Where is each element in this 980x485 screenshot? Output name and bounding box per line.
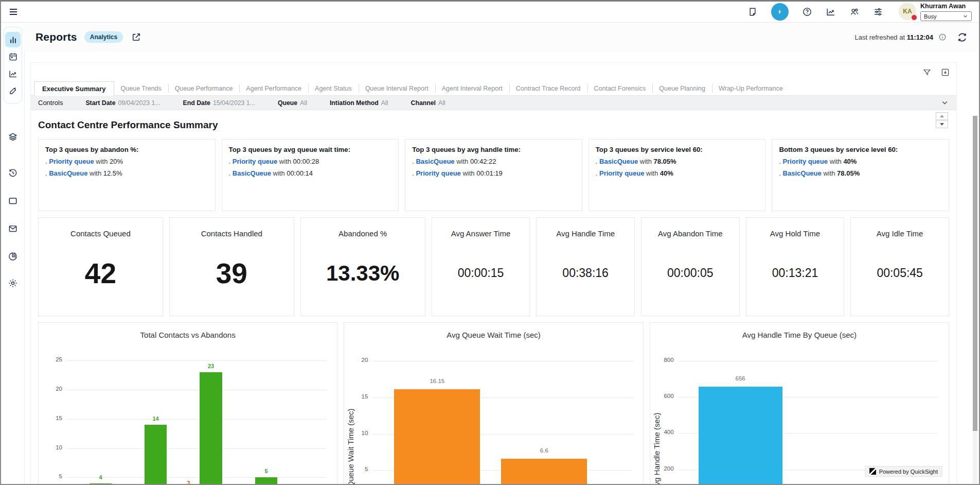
tab-queue-performance[interactable]: Queue Performance	[168, 81, 240, 95]
queue-link[interactable]: BasicQueue	[599, 158, 638, 165]
filter-start-date[interactable]: Start Date09/04/2023 1...	[85, 99, 160, 107]
queue-link[interactable]: BasicQueue	[49, 169, 87, 177]
status-select[interactable]: Busy	[920, 11, 972, 21]
filter-queue[interactable]: QueueAll	[278, 99, 307, 107]
kpi-value: 00:00:15	[458, 231, 504, 316]
analytics-badge: Analytics	[84, 31, 123, 43]
bar[interactable]	[501, 459, 587, 485]
export-icon[interactable]	[940, 67, 950, 77]
brush-icon	[8, 86, 18, 96]
tab-queue-interval-report[interactable]: Queue Interval Report	[359, 81, 435, 95]
controls-bar: Controls Start Date09/04/2023 1...End Da…	[31, 95, 956, 110]
insight-card-bottom-3-queues-by-service-level-60: Bottom 3 queues by service level 60:. Pr…	[772, 139, 949, 211]
history-icon	[8, 168, 18, 178]
sidebar-item-trends[interactable]	[5, 66, 21, 81]
bar-value-label: 23	[190, 363, 231, 369]
bar[interactable]	[394, 389, 480, 485]
queue-link[interactable]: Priority queue	[233, 158, 277, 165]
sidebar-item-schedule[interactable]	[5, 49, 21, 64]
tab-contact-forensics[interactable]: Contact Forensics	[587, 81, 653, 95]
controls-collapse-chevron-icon[interactable]	[940, 98, 949, 107]
kpi-value: 13.33%	[326, 231, 399, 316]
external-link-icon[interactable]	[131, 32, 141, 42]
kpi-card-avg-handle-time: Avg Handle Time00:38:16	[536, 217, 635, 316]
insight-item: . BasicQueue with 78.05%	[596, 158, 759, 165]
gridline	[67, 390, 327, 390]
filter-funnel-icon[interactable]	[922, 68, 932, 77]
queue-link[interactable]: BasicQueue	[783, 169, 822, 177]
insight-item: . BasicQueue with 00:42:22	[412, 158, 575, 165]
sliders-icon[interactable]	[873, 7, 883, 17]
insight-card-top-3-queues-by-avg-handle-time: Top 3 queues by avg handle time:. BasicQ…	[405, 139, 582, 211]
tab-queue-trends[interactable]: Queue Trends	[114, 81, 168, 95]
help-icon[interactable]	[802, 7, 812, 17]
tab-agent-interval-report[interactable]: Agent Interval Report	[435, 81, 509, 95]
gridline	[372, 361, 632, 361]
sidebar-item-reports[interactable]	[5, 32, 21, 47]
gridline	[67, 360, 327, 361]
queue-link[interactable]: BasicQueue	[233, 169, 271, 177]
sidebar-item-mail[interactable]	[1, 223, 24, 234]
layers-icon	[8, 132, 18, 142]
queue-link[interactable]: BasicQueue	[416, 158, 454, 165]
bar-value-label: 6.6	[524, 447, 565, 454]
controls-filters: Start Date09/04/2023 1...End Date15/04/2…	[85, 99, 445, 107]
insight-card-title: Top 3 queues by abandon %:	[45, 146, 208, 153]
tabs: Executive SummaryQueue TrendsQueue Perfo…	[34, 81, 956, 95]
quicksight-text: Powered by QuickSight	[879, 469, 938, 475]
queue-link[interactable]: Priority queue	[599, 169, 644, 177]
filter-channel[interactable]: ChannelAll	[411, 99, 446, 107]
insight-item: . Priority queue with 20%	[45, 158, 208, 165]
insight-item: . Priority queue with 00:01:19	[412, 169, 575, 177]
avatar-initials: KA	[903, 8, 912, 15]
tab-contract-trace-record[interactable]: Contract Trace Record	[509, 81, 587, 95]
chart-avg-handle-time-by-queue-sec: Avg Handle Time By Queue (sec)Avg Handle…	[650, 322, 949, 485]
quick-actions-bolt-icon[interactable]	[771, 3, 789, 21]
scrollbar-thumb[interactable]	[973, 116, 977, 431]
bar-value-label: 656	[720, 375, 761, 382]
analytics-line-icon[interactable]	[826, 7, 836, 17]
kpi-card-contacts-handled: Contacts Handled39	[169, 217, 294, 316]
quicksight-badge: Powered by QuickSight	[865, 466, 942, 477]
tab-agent-status[interactable]: Agent Status	[308, 81, 359, 95]
scroll-up-button[interactable]	[936, 112, 948, 120]
tab-executive-summary[interactable]: Executive Summary	[34, 81, 114, 96]
pie-chart-icon	[8, 251, 18, 262]
queue-link[interactable]: Priority queue	[49, 158, 94, 165]
insight-item: . BasicQueue with 00:00:14	[229, 169, 392, 177]
avatar[interactable]: KA	[899, 3, 916, 20]
sidebar-item-history[interactable]	[1, 168, 24, 178]
sidebar	[1, 23, 25, 484]
sidebar-item-window[interactable]	[1, 196, 24, 206]
tab-queue-planning[interactable]: Queue Planning	[652, 81, 712, 95]
queue-link[interactable]: Priority queue	[416, 169, 460, 177]
sidebar-item-design[interactable]	[5, 83, 21, 98]
refresh-icon[interactable]	[957, 32, 968, 43]
bar[interactable]	[90, 483, 112, 485]
filter-intiation-method[interactable]: Intiation MethodAll	[330, 99, 388, 107]
tab-wrap-up-performance[interactable]: Wrap-Up Performance	[712, 81, 790, 95]
kpi-value: 39	[216, 231, 247, 316]
bar[interactable]	[200, 372, 222, 485]
y-tick-label: 10	[347, 430, 368, 436]
sidebar-item-layers[interactable]	[1, 132, 24, 142]
sidebar-item-settings[interactable]	[1, 278, 24, 288]
bar[interactable]	[255, 477, 277, 485]
queue-link[interactable]: Priority queue	[783, 158, 828, 165]
agents-icon[interactable]	[849, 7, 860, 17]
filter-end-date[interactable]: End Date15/04/2023 1...	[183, 99, 255, 107]
bar[interactable]	[145, 425, 167, 485]
sidebar-item-pie[interactable]	[1, 251, 24, 262]
y-tick-label: 800	[653, 357, 674, 363]
tab-agent-performance[interactable]: Agent Performance	[239, 81, 308, 95]
notes-icon[interactable]	[747, 7, 758, 17]
scroll-down-button[interactable]	[936, 120, 948, 128]
hamburger-menu-icon[interactable]	[8, 7, 19, 17]
bar[interactable]	[699, 387, 782, 485]
info-icon[interactable]	[938, 33, 947, 41]
kpi-cards: Contacts Queued42Contacts Handled39Aband…	[38, 217, 949, 316]
last-refreshed-text: Last refreshed at 11:12:04	[854, 33, 933, 41]
kpi-card-avg-abandon-time: Avg Abandon Time00:00:05	[641, 217, 740, 316]
bar-value-label: 5	[246, 468, 287, 474]
chevron-down-icon	[963, 13, 968, 19]
